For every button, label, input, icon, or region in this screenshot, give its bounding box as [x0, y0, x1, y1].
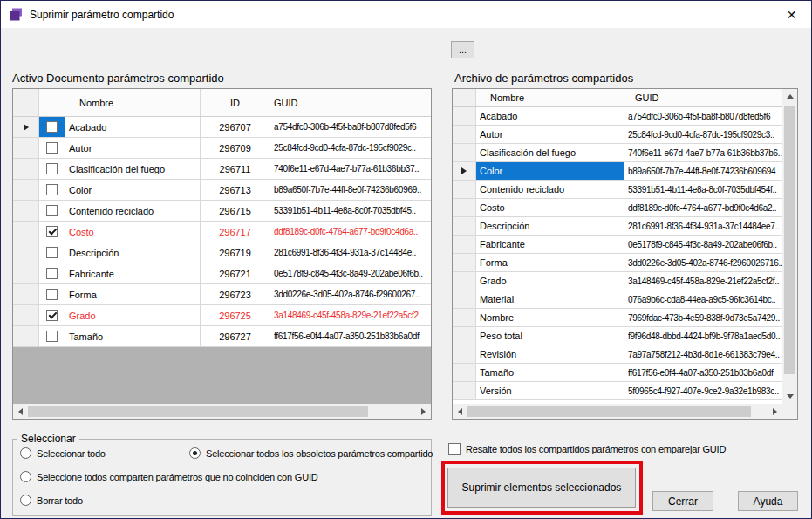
scrollbar-thumb[interactable]	[467, 406, 751, 417]
delete-selected-button[interactable]: Suprimir elementos seleccionados	[447, 468, 636, 508]
table-row[interactable]: Fabricante2967210e5178f9-c845-4f3c-8a49-…	[13, 263, 431, 284]
checkbox-cell[interactable]	[39, 242, 65, 263]
table-row[interactable]: Costo296717ddf8189c-d0fc-4764-a677-bd9f0…	[13, 222, 431, 242]
scroll-left-button[interactable]	[453, 404, 467, 419]
row-checkbox[interactable]	[46, 121, 58, 133]
cell-guid[interactable]: 7a97a758f212-4b3d-8d1e-661383c79e4..	[624, 345, 782, 364]
cell-nombre[interactable]: Autor	[476, 126, 624, 144]
cell-nombre[interactable]: Descripción	[476, 217, 624, 236]
cell-guid[interactable]: 53391b51-4b11-4e8a-8c0f-7035dbf45..	[270, 201, 431, 222]
table-row[interactable]: Tamaño296727ff617f56-e0f4-4a07-a350-251b…	[13, 326, 431, 347]
table-row[interactable]: Fabricante0e5178f9-c845-4f3c-8a49-202abe…	[453, 236, 782, 254]
column-header-guid[interactable]: GUID	[270, 89, 431, 116]
cell-guid[interactable]: 7969fdac-473b-4e59-838f-9d73e5a7429..	[624, 309, 782, 327]
scroll-right-button[interactable]	[768, 404, 782, 419]
cell-nombre[interactable]: Contenido reciclado	[65, 201, 201, 222]
cell-guid[interactable]: 740f6e11-e67d-4ae7-b77a-61b36bb37b6..	[624, 144, 782, 162]
row-checkbox[interactable]	[46, 247, 58, 258]
cell-nombre[interactable]: Versión	[476, 382, 624, 400]
scrollbar-thumb[interactable]	[28, 406, 368, 417]
cell-nombre[interactable]: Costo	[65, 222, 201, 242]
row-checkbox[interactable]	[46, 226, 58, 237]
row-checkbox[interactable]	[46, 184, 58, 195]
cell-guid[interactable]: 5f0965c4-f927-407e-9ce2-9a32e1b983c..	[624, 382, 782, 400]
row-checkbox[interactable]	[46, 205, 58, 216]
table-row[interactable]: Autor29670925c84fcd-9cd0-4cfa-87dc-195cf…	[13, 138, 431, 159]
cell-guid[interactable]: 3dd0226e-3d05-402a-8746-f29600267..	[270, 284, 431, 305]
checkbox-cell[interactable]	[39, 201, 65, 222]
cell-nombre[interactable]: Forma	[476, 254, 624, 272]
cell-nombre[interactable]: Contenido reciclado	[476, 181, 624, 199]
table-row[interactable]: Material076a9b6c-cda8-44ea-a9c5-96fc3614…	[453, 290, 782, 309]
cell-nombre[interactable]: Material	[476, 290, 624, 309]
row-checkbox[interactable]	[46, 268, 58, 279]
cell-guid[interactable]: 25c84fcd-9cd0-4cfa-87dc-195cf9029c3..	[624, 126, 782, 144]
row-checkbox[interactable]	[46, 331, 58, 342]
title-bar[interactable]: Suprimir parámetro compartido ✕	[1, 1, 811, 28]
checkbox-cell[interactable]	[39, 180, 65, 201]
vertical-scrollbar[interactable]	[782, 89, 797, 404]
checkbox-cell[interactable]	[39, 305, 65, 326]
cell-id[interactable]: 296727	[201, 326, 270, 347]
cell-nombre[interactable]: Fabricante	[65, 263, 201, 284]
highlight-guid-checkbox-box[interactable]	[448, 443, 461, 455]
checkbox-cell[interactable]	[39, 284, 65, 305]
highlight-guid-checkbox[interactable]: Resalte todos los compartidos parámetros…	[448, 443, 726, 455]
table-row[interactable]: Descripción281c6991-8f36-4f34-931a-37c14…	[453, 217, 782, 236]
cell-guid[interactable]: ff617f56-e0f4-4a07-a350-251b83b6a0df	[270, 326, 431, 347]
cell-nombre[interactable]: Color	[65, 180, 201, 201]
cell-id[interactable]: 296725	[201, 305, 270, 326]
row-checkbox[interactable]	[46, 310, 58, 321]
table-row[interactable]: Nombre7969fdac-473b-4e59-838f-9d73e5a742…	[453, 309, 782, 327]
table-row[interactable]: Tamañoff617f56-e0f4-4a07-a350-251b83b6a0…	[453, 364, 782, 382]
cell-guid[interactable]: ddf8189c-d0fc-4764-a677-bd9f0c4d6a2..	[624, 199, 782, 217]
table-row[interactable]: Contenido reciclado53391b51-4b11-4e8a-8c…	[453, 181, 782, 199]
table-row[interactable]: Grado2967253a148469-c45f-458a-829e-21ef2…	[13, 305, 431, 326]
cell-id[interactable]: 296719	[201, 242, 270, 263]
checkbox-cell[interactable]	[39, 159, 65, 180]
scroll-down-button[interactable]	[782, 389, 797, 404]
cell-guid[interactable]: 3dd0226e-3d05-402a-8746-f2960026716..	[624, 254, 782, 272]
cell-guid[interactable]: b89a650f-7b7e-44ff-8e0f-74236b609694	[624, 162, 782, 181]
cell-nombre[interactable]: Grado	[476, 272, 624, 290]
checkbox-cell[interactable]	[39, 222, 65, 242]
cell-nombre[interactable]: Clasificación del fuego	[65, 159, 201, 180]
cell-nombre[interactable]: Tamaño	[476, 364, 624, 382]
cell-guid[interactable]: a754dfc0-306b-4f5f-ba8f-b807d8fed5f6	[270, 117, 431, 138]
cell-guid[interactable]: 3a148469-c45f-458a-829e-21ef22a5cf2..	[270, 305, 431, 326]
table-row[interactable]: Acabado296707a754dfc0-306b-4f5f-ba8f-b80…	[13, 117, 431, 138]
horizontal-scrollbar[interactable]	[453, 404, 782, 419]
scroll-right-button[interactable]	[416, 404, 431, 419]
cell-guid[interactable]: a754dfc0-306b-4f5f-ba8f-b807d8fed5f6	[624, 107, 782, 126]
cell-nombre[interactable]: Fabricante	[476, 236, 624, 254]
table-row[interactable]: Forma3dd0226e-3d05-402a-8746-f2960026716…	[453, 254, 782, 272]
table-row[interactable]: Clasificación del fuego740f6e11-e67d-4ae…	[453, 144, 782, 162]
cell-id[interactable]: 296715	[201, 201, 270, 222]
table-row[interactable]: Clasificación del fuego296711740f6e11-e6…	[13, 159, 431, 180]
cell-nombre[interactable]: Forma	[65, 284, 201, 305]
cell-id[interactable]: 296707	[201, 117, 270, 138]
table-row[interactable]: Contenido reciclado29671553391b51-4b11-4…	[13, 201, 431, 222]
table-row[interactable]: Grado3a148469-c45f-458a-829e-21ef22a5cf2…	[453, 272, 782, 290]
checkbox-cell[interactable]	[39, 138, 65, 159]
cell-nombre[interactable]: Peso total	[476, 327, 624, 345]
cell-guid[interactable]: 740f6e11-e67d-4ae7-b77a-61b36bb37..	[270, 159, 431, 180]
horizontal-scrollbar[interactable]	[13, 404, 431, 419]
cell-nombre[interactable]: Nombre	[476, 309, 624, 327]
column-header-nombre[interactable]: Nombre	[65, 89, 201, 116]
cell-guid[interactable]: 076a9b6c-cda8-44ea-a9c5-96fc3614bc..	[624, 290, 782, 309]
table-row[interactable]: Forma2967233dd0226e-3d05-402a-8746-f2960…	[13, 284, 431, 305]
cell-id[interactable]: 296721	[201, 263, 270, 284]
cell-nombre[interactable]: Descripción	[65, 242, 201, 263]
cell-guid[interactable]: b89a650f-7b7e-44ff-8e0f-74236b60969..	[270, 180, 431, 201]
cell-nombre[interactable]: Color	[476, 162, 624, 181]
table-row[interactable]: Costoddf8189c-d0fc-4764-a677-bd9f0c4d6a2…	[453, 199, 782, 217]
cell-guid[interactable]: 0e5178f9-c845-4f3c-8a49-202abe06f6b..	[270, 263, 431, 284]
cell-id[interactable]: 296723	[201, 284, 270, 305]
cell-nombre[interactable]: Autor	[65, 138, 201, 159]
cell-id[interactable]: 296709	[201, 138, 270, 159]
row-checkbox[interactable]	[46, 142, 58, 154]
row-checkbox[interactable]	[46, 289, 58, 300]
cell-id[interactable]: 296717	[201, 222, 270, 242]
cell-guid[interactable]: 53391b51-4b11-4e8a-8c0f-7035dbf454f..	[624, 181, 782, 199]
